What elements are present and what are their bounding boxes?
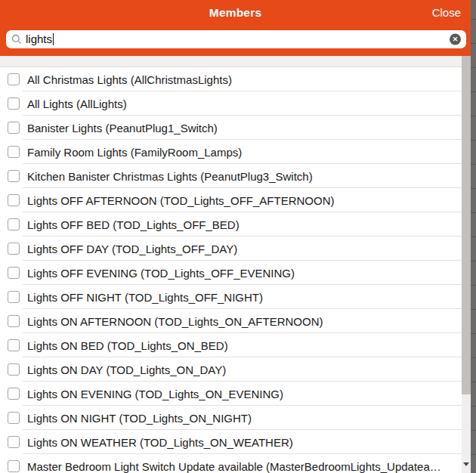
member-label: Lights OFF AFTERNOON (TOD_Lights_OFF_AFT… — [27, 194, 337, 207]
member-checkbox[interactable] — [8, 146, 20, 158]
member-label: Lights ON DAY (TOD_Lights_ON_DAY) — [27, 363, 229, 376]
dialog-header: Members Close lights ✕ — [0, 0, 471, 56]
member-checkbox[interactable] — [8, 194, 20, 206]
list-item[interactable]: All Christmas Lights (AllChristmasLights… — [0, 67, 462, 91]
scrollbar-track[interactable] — [462, 56, 471, 473]
member-label: Lights OFF BED (TOD_Lights_OFF_BED) — [27, 218, 243, 231]
member-label: Master Bedroom Light Switch Update avail… — [27, 460, 447, 473]
dimmed-page-backdrop — [471, 0, 476, 473]
member-checkbox[interactable] — [8, 315, 20, 327]
list-item[interactable]: All Lights (AllLights) — [0, 91, 462, 116]
list-item[interactable]: Lights ON NIGHT (TOD_Lights_ON_NIGHT) — [0, 406, 462, 430]
search-icon — [11, 34, 22, 45]
list-item[interactable]: Lights ON DAY (TOD_Lights_ON_DAY) — [0, 357, 462, 382]
list-item[interactable]: Lights OFF NIGHT (TOD_Lights_OFF_NIGHT) — [0, 285, 462, 309]
member-label: Lights ON BED (TOD_Lights_ON_BED) — [27, 339, 231, 352]
member-label: Family Room Lights (FamilyRoom_Lamps) — [27, 146, 245, 159]
member-checkbox[interactable] — [8, 412, 20, 424]
member-checkbox[interactable] — [8, 243, 20, 255]
text-cursor — [53, 33, 54, 45]
member-checkbox[interactable] — [8, 218, 20, 230]
member-checkbox[interactable] — [8, 267, 20, 279]
list-item[interactable]: Lights ON WEATHER (TOD_Lights_ON_WEATHER… — [0, 430, 462, 454]
list-item[interactable]: Banister Lights (PeanutPlug1_Switch) — [0, 116, 462, 140]
header-gap — [0, 56, 471, 67]
list-item[interactable]: Lights ON BED (TOD_Lights_ON_BED) — [0, 333, 462, 357]
list-item[interactable]: Master Bedroom Light Switch Update avail… — [0, 454, 462, 473]
list-item[interactable]: Lights OFF EVENING (TOD_Lights_OFF_EVENI… — [0, 261, 462, 285]
list-item[interactable]: Lights ON EVENING (TOD_Lights_ON_EVENING… — [0, 382, 462, 406]
member-label: Banister Lights (PeanutPlug1_Switch) — [27, 122, 221, 134]
member-label: All Lights (AllLights) — [27, 97, 130, 110]
list-item[interactable]: Kitchen Banister Christmas Lights (Peanu… — [0, 164, 462, 188]
member-checkbox[interactable] — [8, 436, 20, 448]
member-checkbox[interactable] — [8, 339, 20, 351]
list-item[interactable]: Lights OFF DAY (TOD_Lights_OFF_DAY) — [0, 236, 462, 261]
list-item[interactable]: Lights OFF BED (TOD_Lights_OFF_BED) — [0, 212, 462, 236]
list-item[interactable]: Lights ON AFTERNOON (TOD_Lights_ON_AFTER… — [0, 309, 462, 333]
member-label: Kitchen Banister Christmas Lights (Peanu… — [27, 170, 316, 183]
member-label: Lights ON AFTERNOON (TOD_Lights_ON_AFTER… — [27, 315, 326, 328]
list-item[interactable]: Lights OFF AFTERNOON (TOD_Lights_OFF_AFT… — [0, 188, 462, 212]
search-input[interactable]: lights ✕ — [6, 30, 466, 48]
member-label: Lights ON WEATHER (TOD_Lights_ON_WEATHER… — [27, 436, 296, 449]
member-label: Lights ON NIGHT (TOD_Lights_ON_NIGHT) — [27, 412, 255, 425]
member-label: Lights OFF DAY (TOD_Lights_OFF_DAY) — [27, 243, 240, 255]
member-label: Lights ON EVENING (TOD_Lights_ON_EVENING… — [27, 388, 286, 400]
member-label: Lights OFF EVENING (TOD_Lights_OFF_EVENI… — [27, 267, 298, 280]
member-checkbox[interactable] — [8, 73, 20, 85]
scrollbar-down-icon[interactable] — [462, 459, 471, 468]
screen: Members Close lights ✕ All Christmas Lig… — [0, 0, 476, 473]
member-label: All Christmas Lights (AllChristmasLights… — [27, 73, 235, 86]
members-list: All Christmas Lights (AllChristmasLights… — [0, 67, 462, 473]
member-checkbox[interactable] — [8, 388, 20, 400]
member-checkbox[interactable] — [8, 291, 20, 303]
member-checkbox[interactable] — [8, 170, 20, 182]
page-title: Members — [0, 5, 471, 20]
clear-search-icon[interactable]: ✕ — [450, 34, 461, 45]
search-value: lights — [26, 30, 52, 48]
member-checkbox[interactable] — [8, 122, 20, 134]
close-button[interactable]: Close — [432, 5, 461, 20]
scrollbar-thumb[interactable] — [462, 56, 471, 394]
list-item[interactable]: Family Room Lights (FamilyRoom_Lamps) — [0, 140, 462, 164]
member-label: Lights OFF NIGHT (TOD_Lights_OFF_NIGHT) — [27, 291, 266, 304]
member-checkbox[interactable] — [8, 460, 20, 472]
member-checkbox[interactable] — [8, 97, 20, 110]
member-checkbox[interactable] — [8, 363, 20, 376]
members-dialog: Members Close lights ✕ All Christmas Lig… — [0, 0, 471, 473]
